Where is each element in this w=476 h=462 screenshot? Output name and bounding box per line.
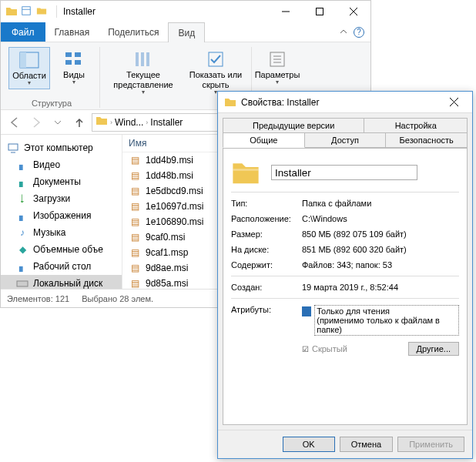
navigation-pane: Этот компьютер ▖Видео ▖Документы ⭣Загруз… (1, 135, 122, 289)
advanced-button[interactable]: Другие... (408, 342, 459, 356)
nav-back-button[interactable] (5, 113, 24, 132)
file-name: 1e5dbcd9.msi (146, 186, 203, 196)
music-icon: ♪ (16, 226, 28, 239)
close-button[interactable] (337, 1, 370, 22)
nav-label: Музыка (33, 227, 65, 238)
label-size: Размер: (231, 229, 302, 239)
msi-icon: ▤ (129, 262, 141, 274)
computer-icon (7, 142, 19, 154)
nav-history-button[interactable] (49, 113, 67, 132)
objects3d-icon: ◆ (16, 243, 28, 256)
msp-icon: ▤ (129, 246, 141, 259)
desktop-icon: ▖ (16, 260, 28, 273)
folder-icon (96, 115, 108, 129)
file-name: 1dd4b9.msi (146, 155, 193, 166)
readonly-label-line2: (применимо только к файлам в папке) (317, 316, 440, 334)
menu-view[interactable]: Вид (168, 22, 205, 42)
ribbon-views-button[interactable]: Виды ▾ (53, 47, 95, 88)
file-name: 9caf0.msi (146, 232, 185, 243)
ribbon-options-button[interactable]: Параметры ▾ (256, 47, 298, 88)
ribbon-group-structure: Области ▾ Виды ▾ Структура (4, 47, 100, 108)
tab-sharing[interactable]: Доступ (304, 132, 387, 148)
svg-rect-11 (209, 52, 223, 66)
breadcrumb-item[interactable]: Wind... (115, 117, 143, 128)
tab-general[interactable]: Общие (223, 132, 305, 148)
properties-titlebar: Свойства: Installer (218, 92, 472, 113)
nav-label: Документы (33, 176, 81, 187)
tab-customize[interactable]: Настройка (364, 118, 468, 133)
nav-label: Локальный диск (33, 278, 102, 289)
tab-security[interactable]: Безопасность (385, 132, 468, 148)
help-icon[interactable]: ? (354, 27, 364, 38)
menu-file[interactable]: Файл (1, 22, 45, 42)
nav-label: Объемные объе (33, 244, 103, 255)
ribbon-areas-button[interactable]: Области ▾ (8, 47, 50, 89)
svg-rect-1 (317, 8, 323, 15)
chevron-right-icon[interactable]: › (146, 119, 148, 126)
msi-icon: ▤ (129, 200, 141, 213)
ribbon-collapse-icon[interactable] (340, 27, 347, 38)
window-controls (269, 1, 370, 22)
chevron-down-icon: ▾ (276, 79, 279, 86)
status-selected: Выбрано 28 элем. (82, 294, 153, 303)
nav-this-pc[interactable]: Этот компьютер (1, 139, 122, 156)
nav-music[interactable]: ♪Музыка (1, 224, 122, 241)
ribbon-group-label: Структура (32, 99, 72, 108)
nav-documents[interactable]: ▖Документы (1, 173, 122, 190)
ok-button[interactable]: OK (283, 437, 335, 452)
status-elements: Элементов: 121 (7, 294, 69, 303)
svg-rect-7 (75, 60, 81, 65)
tab-content-general: Тип:Папка с файлами Расположение:C:\Wind… (223, 148, 468, 425)
chevron-down-icon: ▾ (72, 79, 75, 86)
options-icon (265, 49, 290, 70)
ribbon-label: Показать или скрыть (186, 70, 245, 90)
tab-strip: Предыдущие версии Настройка Общие Доступ… (218, 113, 472, 148)
nav-desktop[interactable]: ▖Рабочий стол (1, 258, 122, 275)
ribbon-currentview-button[interactable]: Текущее представление ▾ (105, 47, 182, 98)
file-name: 1dd48b.msi (146, 170, 193, 181)
window-title: Installer (63, 6, 96, 17)
file-name: 9d8ae.msi (146, 263, 188, 273)
value-location: C:\Windows (302, 214, 459, 223)
ribbon-label: Текущее представление (106, 70, 180, 90)
chevron-right-icon[interactable]: › (110, 119, 112, 126)
nav-localdisk[interactable]: Локальный диск (1, 275, 122, 289)
nav-label: Видео (33, 159, 60, 170)
columns-icon (131, 49, 156, 70)
readonly-focus-box: Только для чтения (применимо только к фа… (314, 305, 459, 336)
label-contains: Содержит: (231, 260, 302, 270)
breadcrumb-item[interactable]: Installer (150, 117, 183, 128)
menu-share[interactable]: Поделиться (99, 22, 168, 42)
folder-icon (5, 5, 18, 18)
qat-newfolder-icon[interactable] (36, 5, 47, 18)
menu-home[interactable]: Главная (45, 22, 99, 42)
svg-rect-8 (136, 52, 139, 66)
nav-forward-button[interactable] (27, 113, 45, 132)
nav-up-button[interactable] (70, 113, 89, 132)
msi-icon: ▤ (129, 231, 141, 243)
minimize-button[interactable] (269, 1, 303, 22)
nav-videos[interactable]: ▖Видео (1, 156, 122, 173)
explorer-titlebar: Installer (1, 1, 370, 22)
chevron-down-icon: ▾ (142, 89, 145, 96)
svg-rect-9 (141, 52, 144, 66)
close-button[interactable] (438, 92, 469, 112)
svg-rect-10 (146, 52, 149, 66)
checkbox-checked-icon: ☑ (302, 345, 309, 353)
hidden-checkbox[interactable]: ☑Скрытый (302, 344, 347, 353)
qat-properties-icon[interactable] (21, 5, 32, 18)
value-ondisk: 851 МБ (892 600 320 байт) (302, 245, 459, 254)
label-created: Создан: (231, 283, 302, 292)
nav-downloads[interactable]: ⭣Загрузки (1, 190, 122, 207)
properties-dialog: Свойства: Installer Предыдущие версии На… (217, 91, 473, 459)
tab-previous-versions[interactable]: Предыдущие версии (223, 118, 364, 133)
nav-3dobjects[interactable]: ◆Объемные объе (1, 241, 122, 258)
cancel-button[interactable]: Отмена (340, 437, 393, 452)
readonly-checkbox[interactable]: Только для чтения (применимо только к фа… (302, 305, 459, 336)
nav-label: Изображения (33, 210, 91, 221)
maximize-button[interactable] (303, 1, 337, 22)
svg-rect-14 (17, 281, 28, 286)
folder-name-input[interactable] (271, 165, 417, 180)
nav-pictures[interactable]: ▖Изображения (1, 207, 122, 224)
apply-button[interactable]: Применить (397, 437, 464, 452)
